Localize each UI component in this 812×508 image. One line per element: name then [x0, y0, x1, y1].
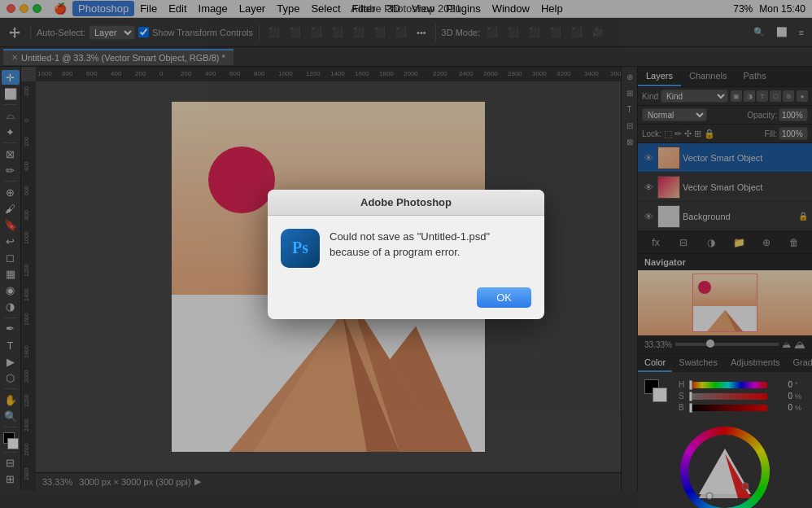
- dialog-ok-button[interactable]: OK: [477, 287, 531, 308]
- dialog-titlebar: Adobe Photoshop: [268, 190, 544, 216]
- photoshop-icon: Ps: [281, 229, 320, 268]
- dialog-message: Could not save as "Untitled-1.psd" becau…: [330, 229, 531, 261]
- dialog-footer: OK: [268, 281, 544, 319]
- error-dialog: Adobe Photoshop Ps Could not save as "Un…: [268, 190, 544, 319]
- dialog-overlay: Adobe Photoshop Ps Could not save as "Un…: [0, 0, 812, 508]
- dialog-body: Ps Could not save as "Untitled-1.psd" be…: [268, 216, 544, 281]
- ps-logo-text: Ps: [292, 239, 308, 257]
